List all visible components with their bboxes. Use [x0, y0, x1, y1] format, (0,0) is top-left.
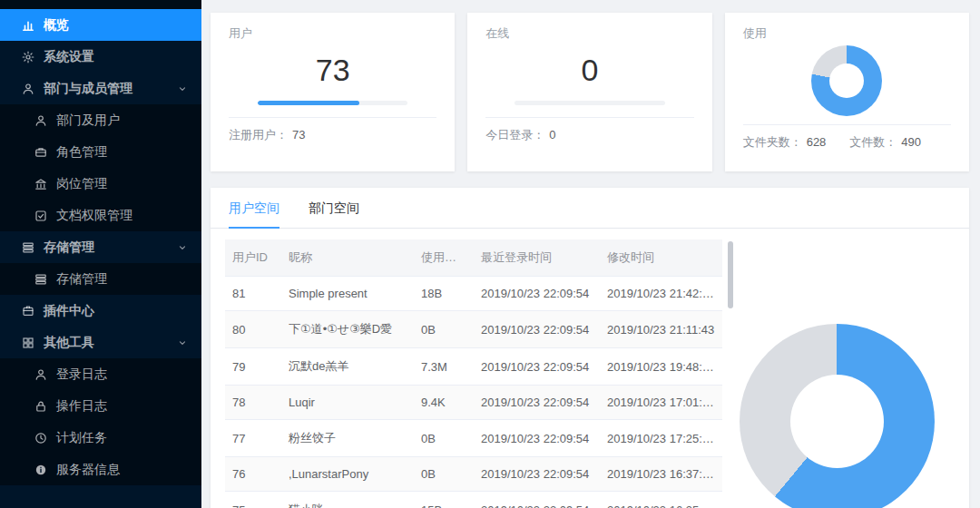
- user-icon: [22, 83, 34, 95]
- table-scrollbar[interactable]: [728, 241, 733, 508]
- online-stat-card: 在线 0 今日登录：0: [467, 13, 711, 171]
- bank-icon: [34, 178, 47, 190]
- card-title: 使用: [743, 25, 951, 42]
- space-panel: 用户空间 部门空间 用户ID 昵称 使用空间 最近登录时间 修改时间: [211, 188, 969, 508]
- cell-modified-time: 2019/10/23 21:42:46: [600, 277, 722, 311]
- cell-modified-time: 2019/10/23 16:35:49: [600, 492, 722, 508]
- submenu-department: 部门及用户 角色管理 岗位管理 文档权限管理: [0, 104, 201, 231]
- app-window: 概览 系统设置 部门与成员管理 部门及用户: [0, 0, 980, 508]
- sidebar-item-label: 存储管理: [44, 239, 94, 256]
- folders-count-label: 文件夹数：: [743, 135, 802, 149]
- cell-used-space: 0B: [414, 311, 474, 348]
- sidebar-item-department-management[interactable]: 部门与成员管理: [0, 73, 201, 104]
- today-logins-value: 0: [549, 128, 555, 142]
- sidebar-item-departments-users[interactable]: 部门及用户: [0, 104, 201, 136]
- sidebar-item-role-management[interactable]: 角色管理: [0, 136, 201, 168]
- cell-used-space: 0B: [414, 457, 474, 492]
- cell-user-id: 79: [225, 348, 281, 386]
- briefcase-icon: [34, 146, 47, 159]
- logo-area: [0, 0, 201, 9]
- info-icon: [34, 464, 47, 476]
- grid-icon: [22, 337, 34, 349]
- tab-department-space[interactable]: 部门空间: [309, 188, 359, 228]
- sidebar-item-document-permissions[interactable]: 文档权限管理: [0, 200, 201, 231]
- sidebar-item-login-log[interactable]: 登录日志: [0, 358, 201, 390]
- sidebar-item-storage-management[interactable]: 存储管理: [0, 231, 201, 263]
- table-header-row: 用户ID 昵称 使用空间 最近登录时间 修改时间: [225, 239, 722, 277]
- sidebar-item-label: 其他工具: [44, 335, 94, 351]
- cell-modified-time: 2019/10/23 16:37:14: [600, 457, 722, 492]
- chevron-down-icon: [178, 336, 187, 350]
- sidebar-item-label: 系统设置: [44, 49, 94, 65]
- sidebar-item-position-management[interactable]: 岗位管理: [0, 168, 201, 200]
- bar-chart-icon: [22, 19, 34, 32]
- card-footer: 注册用户：73: [229, 118, 436, 151]
- cell-nickname: 下①道•①せ③樂D愛: [281, 311, 414, 348]
- cell-last-login: 2019/10/23 22:09:54: [474, 386, 600, 420]
- gear-icon: [22, 51, 34, 64]
- lock-icon: [34, 400, 47, 413]
- card-footer: 今日登录：0: [485, 118, 693, 151]
- cell-user-id: 81: [225, 277, 281, 311]
- cell-modified-time: 2019/10/23 19:48:16: [600, 348, 722, 386]
- sidebar-item-storage-management-sub[interactable]: 存储管理: [0, 263, 201, 295]
- sidebar-item-label: 操作日志: [56, 398, 107, 415]
- sidebar-item-other-tools[interactable]: 其他工具: [0, 327, 201, 358]
- table-row: 78 Luqir 9.4K 2019/10/23 22:09:54 2019/1…: [225, 386, 722, 420]
- table-row: 75 猫小咪 15B 2019/10/23 22:09:54 2019/10/2…: [225, 492, 722, 508]
- cell-nickname: Simple present: [281, 277, 414, 311]
- users-progress-fill: [258, 101, 359, 105]
- usage-stat-card: 使用 文件夹数：628 文件数：490: [725, 13, 969, 171]
- table-row: 80 下①道•①せ③樂D愛 0B 2019/10/23 22:09:54 201…: [225, 311, 722, 348]
- sidebar-item-label: 存储管理: [56, 271, 107, 288]
- card-footer: 文件夹数：628 文件数：490: [743, 125, 951, 159]
- sidebar-item-overview[interactable]: 概览: [0, 9, 201, 41]
- cell-modified-time: 2019/10/23 17:25:17: [600, 420, 722, 457]
- files-count-value: 490: [901, 135, 921, 149]
- sidebar-item-plugin-center[interactable]: 插件中心: [0, 295, 201, 327]
- cell-used-space: 18B: [414, 277, 474, 311]
- cell-user-id: 77: [225, 420, 281, 457]
- user-icon: [34, 368, 47, 381]
- space-chart-area: [722, 239, 951, 508]
- storage-icon: [22, 241, 34, 254]
- col-nickname: 昵称: [281, 239, 414, 277]
- space-donut-chart: [740, 324, 935, 508]
- col-used-space: 使用空间: [414, 239, 474, 277]
- users-stat-card: 用户 73 注册用户：73: [211, 13, 455, 171]
- sidebar-item-server-info[interactable]: 服务器信息: [0, 454, 201, 485]
- sidebar-item-operation-log[interactable]: 操作日志: [0, 390, 201, 422]
- files-count-label: 文件数：: [849, 135, 897, 149]
- cell-used-space: 7.3M: [414, 348, 474, 386]
- col-last-login: 最近登录时间: [474, 239, 600, 277]
- registered-users-label: 注册用户：: [229, 128, 288, 142]
- sidebar-filler: [0, 485, 201, 508]
- cell-used-space: 9.4K: [414, 386, 474, 420]
- table-row: 81 Simple present 18B 2019/10/23 22:09:5…: [225, 277, 722, 311]
- users-count: 73: [229, 51, 436, 89]
- cell-nickname: Luqir: [281, 386, 414, 420]
- cell-user-id: 78: [225, 386, 281, 420]
- sidebar-item-label: 服务器信息: [56, 462, 120, 478]
- sidebar-item-scheduled-tasks[interactable]: 计划任务: [0, 422, 201, 454]
- tab-user-space[interactable]: 用户空间: [229, 188, 279, 229]
- cell-user-id: 76: [225, 457, 281, 492]
- cell-nickname: 猫小咪: [281, 492, 414, 508]
- users-progress-bar: [258, 101, 407, 105]
- checkbox-icon: [34, 210, 47, 222]
- user-icon: [34, 114, 47, 127]
- sidebar-item-system-settings[interactable]: 系统设置: [0, 41, 201, 73]
- usage-donut-chart: [811, 45, 882, 116]
- main-content: 用户 73 注册用户：73 在线 0 今日登录：0: [201, 0, 980, 508]
- sidebar-item-label: 概览: [44, 17, 69, 34]
- donut-hole: [790, 375, 884, 468]
- clock-icon: [34, 432, 47, 444]
- chevron-down-icon: [178, 240, 187, 255]
- table-row: 76 ,LunarstarPony 0B 2019/10/23 22:09:54…: [225, 457, 722, 492]
- registered-users-value: 73: [292, 128, 305, 142]
- cell-nickname: 粉丝饺子: [281, 420, 414, 457]
- col-user-id: 用户ID: [225, 239, 281, 277]
- table-scrollbar-thumb[interactable]: [728, 241, 733, 308]
- cell-last-login: 2019/10/23 22:09:54: [474, 311, 600, 348]
- submenu-storage: 存储管理: [0, 263, 201, 295]
